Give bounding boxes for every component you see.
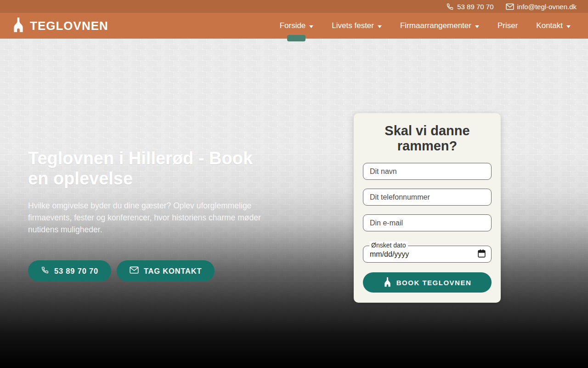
mail-icon: [506, 3, 514, 10]
main-navbar: TEGLOVNEN Forside Livets fester Firmaarr…: [0, 13, 588, 39]
form-title: Skal vi danne rammen?: [372, 123, 482, 154]
nav-item-kontakt[interactable]: Kontakt: [530, 13, 577, 38]
date-placeholder-text: mm/dd/yyyy: [370, 250, 409, 259]
book-teglovnen-button[interactable]: BOOK TEGLOVNEN: [363, 272, 492, 293]
chevron-down-icon: [378, 21, 382, 30]
hero-cta-row: 53 89 70 70 TAG KONTAKT: [28, 260, 285, 282]
calendar-icon[interactable]: [478, 249, 486, 259]
email-input[interactable]: [363, 214, 492, 231]
nav-item-label: Forside: [280, 21, 306, 30]
kiln-logo-icon: [11, 17, 25, 34]
call-phone-button[interactable]: 53 89 70 70: [28, 260, 111, 282]
nav-item-livets-fester[interactable]: Livets fester: [326, 13, 388, 38]
hero-subtitle: Hvilke omgivelse byder du dine gæster? O…: [28, 200, 278, 236]
topbar-phone-text: 53 89 70 70: [457, 3, 493, 11]
top-contact-bar: 53 89 70 70 info@tegl-ovnen.dk: [0, 0, 588, 13]
active-tab-indicator: [287, 35, 305, 41]
nav-item-label: Firmaarrangementer: [400, 21, 471, 30]
chevron-down-icon: [309, 21, 313, 30]
nav-item-label: Livets fester: [332, 21, 374, 30]
phone-icon: [41, 266, 49, 276]
nav-item-label: Kontakt: [536, 21, 563, 30]
brand-name: TEGLOVNEN: [30, 19, 108, 33]
date-field-group: Ønsket dato mm/dd/yyyy: [363, 246, 492, 263]
chevron-down-icon: [475, 21, 479, 30]
page-title: Teglovnen i Hillerød - Book en oplevelse: [28, 148, 276, 189]
nav-item-priser[interactable]: Priser: [492, 13, 524, 38]
call-phone-button-label: 53 89 70 70: [54, 267, 98, 276]
hero-section: Teglovnen i Hillerød - Book en oplevelse…: [0, 39, 588, 368]
nav-item-forside[interactable]: Forside: [274, 13, 320, 38]
kiln-logo-icon: [383, 277, 392, 288]
brand-logo[interactable]: TEGLOVNEN: [11, 17, 108, 34]
book-teglovnen-button-label: BOOK TEGLOVNEN: [396, 279, 472, 287]
nav-menu: Forside Livets fester Firmaarrangementer…: [274, 13, 577, 38]
chevron-down-icon: [566, 21, 571, 30]
topbar-email-text: info@tegl-ovnen.dk: [517, 3, 577, 11]
booking-form-card: Skal vi danne rammen? Ønsket dato mm/dd/…: [354, 113, 501, 303]
phone-input[interactable]: [363, 189, 492, 206]
name-input[interactable]: [363, 163, 492, 180]
topbar-email-link[interactable]: info@tegl-ovnen.dk: [506, 3, 577, 11]
nav-item-firmaarrangementer[interactable]: Firmaarrangementer: [394, 13, 485, 38]
contact-button[interactable]: TAG KONTAKT: [117, 260, 215, 282]
topbar-phone-link[interactable]: 53 89 70 70: [446, 3, 493, 11]
contact-button-label: TAG KONTAKT: [144, 267, 202, 276]
phone-icon: [446, 3, 454, 11]
nav-item-label: Priser: [498, 21, 518, 30]
date-field-label: Ønsket dato: [369, 242, 408, 249]
mail-icon: [130, 266, 139, 276]
